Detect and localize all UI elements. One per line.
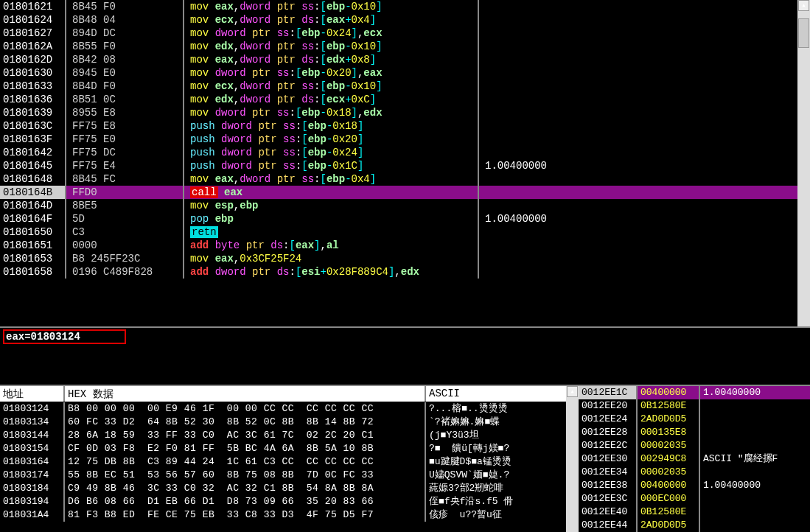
dump-addr: 018031A4 — [0, 508, 65, 522]
stack-comment — [700, 413, 810, 426]
disasm-row[interactable]: 0180162A8B55 F0mov edx,dword ptr ss:[ebp… — [0, 40, 810, 53]
dump-row[interactable]: 0180314428 6A 18 59 33 FF 33 C0 AC 3C 61… — [0, 429, 566, 442]
disasm-row[interactable]: 018016368B51 0Cmov edx,dword ptr ds:[ecx… — [0, 93, 810, 106]
disasm-row[interactable]: 0180162D8B42 08mov eax,dword ptr ds:[edx… — [0, 53, 810, 66]
stack-value: 00002035 — [638, 439, 700, 452]
dump-ascii: 侄■f央f沿s.f5 傦 — [426, 495, 566, 508]
addr-cell: 01801639 — [0, 106, 66, 119]
addr-cell: 01801642 — [0, 146, 66, 159]
dump-row[interactable]: 01803184C9 49 8B 46 3C 33 C0 32 AC 32 C1… — [0, 482, 566, 495]
disasm-cell: mov edx,dword ptr ds:[ecx+0xC] — [184, 93, 479, 106]
hex-dump-panel[interactable]: 地址 HEX 数据 ASCII 01803124B8 00 00 00 00 E… — [0, 386, 566, 532]
disasm-row[interactable]: 01801650C3retn — [0, 225, 810, 239]
stack-value: 0B12580E — [638, 399, 700, 413]
stack-addr: 0012EE3C — [579, 492, 638, 505]
dump-row[interactable]: 01803154CF 0D 03 F8 E2 F0 81 FF 5B BC 4A… — [0, 442, 566, 455]
stack-value: 2AD0D0D5 — [638, 413, 700, 426]
stack-row[interactable]: 0012EE200B12580E — [579, 399, 810, 413]
addr-cell: 01801624 — [0, 13, 66, 27]
stack-addr: 0012EE44 — [579, 519, 638, 532]
dump-row[interactable]: 0180316412 75 DB 8B C3 89 44 24 1C 61 C3… — [0, 455, 566, 469]
bytes-cell: 8B48 04 — [66, 13, 184, 27]
scroll-up-icon[interactable]: ▴ — [567, 386, 578, 397]
stack-row[interactable]: 0012EE28000135E8 — [579, 426, 810, 439]
disasm-row[interactable]: 018016338B4D F0mov ecx,dword ptr ss:[ebp… — [0, 80, 810, 93]
comment-cell — [479, 265, 810, 279]
disasm-row[interactable]: 01801642FF75 DCpush dword ptr ss:[ebp-0x… — [0, 146, 810, 159]
bytes-cell: FF75 DC — [66, 146, 184, 159]
dump-hex: CF 0D 03 F8 E2 F0 81 FF 5B BC 4A 6A 8B 5… — [65, 442, 426, 455]
disasm-cell: retn — [184, 225, 479, 239]
disasm-cell: mov eax,0x3CF25F24 — [184, 252, 479, 265]
disasm-row[interactable]: 0180164D8BE5mov esp,ebp — [0, 199, 810, 212]
disasm-row[interactable]: 01801627894D DCmov dword ptr ss:[ebp-0x2… — [0, 27, 810, 40]
disasm-cell: mov ecx,dword ptr ss:[ebp-0x10] — [184, 80, 479, 93]
stack-row[interactable]: 0012EE3400002035 — [579, 466, 810, 479]
disasm-row[interactable]: 0180164BFFD0call eax — [0, 186, 810, 199]
disasm-row[interactable]: 0180163CFF75 E8push dword ptr ss:[ebp-0x… — [0, 119, 810, 133]
dump-row[interactable]: 0180317455 8B EC 51 53 56 57 60 8B 75 08… — [0, 469, 566, 482]
dump-addr: 01803154 — [0, 442, 65, 455]
disasm-cell: mov eax,dword ptr ss:[ebp-0x4] — [184, 172, 479, 186]
disasm-row[interactable]: 018016488B45 FCmov eax,dword ptr ss:[ebp… — [0, 172, 810, 186]
disasm-row[interactable]: 0180163FFF75 E0push dword ptr ss:[ebp-0x… — [0, 133, 810, 146]
disasm-row[interactable]: 01801645FF75 E4push dword ptr ss:[ebp-0x… — [0, 159, 810, 172]
dump-ascii: U嬧QSVW`媔■媫.? — [426, 469, 566, 482]
disasm-row[interactable]: 018016248B48 04mov ecx,dword ptr ds:[eax… — [0, 13, 810, 27]
dump-scrollbar[interactable]: ▴ — [566, 386, 579, 532]
comment-cell — [479, 186, 810, 199]
disasm-row[interactable]: 01801653B8 245FF23Cmov eax,0x3CF25F24 — [0, 252, 810, 265]
addr-cell: 01801658 — [0, 265, 66, 279]
disassembly-panel[interactable]: 018016218B45 F0mov eax,dword ptr ss:[ebp… — [0, 0, 810, 326]
dump-row[interactable]: 01803194D6 B6 08 66 D1 EB 66 D1 D8 73 09… — [0, 495, 566, 508]
stack-row[interactable]: 0012EE442AD0D0D5 — [579, 519, 810, 532]
bytes-cell: 8B51 0C — [66, 93, 184, 106]
bytes-cell: FF75 E0 — [66, 133, 184, 146]
stack-value: 00002035 — [638, 466, 700, 479]
disasm-cell: mov edx,dword ptr ss:[ebp-0x10] — [184, 40, 479, 53]
addr-cell: 01801645 — [0, 159, 66, 172]
stack-addr: 0012EE30 — [579, 452, 638, 466]
stack-row[interactable]: 0012EE400B12580E — [579, 505, 810, 519]
stack-value: 000135E8 — [638, 426, 700, 439]
stack-row[interactable]: 0012EE1C004000001.00400000 — [579, 386, 810, 399]
stack-row[interactable]: 0012EE30002949C8ASCII "腐经摞F — [579, 452, 810, 466]
disasm-row[interactable]: 018016398955 E8mov dword ptr ss:[ebp-0x1… — [0, 106, 810, 119]
stack-panel[interactable]: 0012EE1C004000001.004000000012EE200B1258… — [579, 386, 810, 532]
stack-value: 000EC000 — [638, 492, 700, 505]
dump-addr: 01803174 — [0, 469, 65, 482]
stack-row[interactable]: 0012EE3C000EC000 — [579, 492, 810, 505]
disasm-row[interactable]: 018016580196 C489F828add dword ptr ds:[e… — [0, 265, 810, 279]
disasm-row[interactable]: 018016218B45 F0mov eax,dword ptr ss:[ebp… — [0, 0, 810, 13]
disasm-cell: call eax — [184, 186, 479, 199]
scroll-up-icon[interactable]: ▴ — [798, 0, 809, 11]
stack-comment: ASCII "腐经摞F — [700, 452, 810, 466]
dump-hex: B8 00 00 00 00 E9 46 1F 00 00 CC CC CC C… — [65, 402, 426, 416]
comment-cell — [479, 80, 810, 93]
dump-addr: 01803164 — [0, 455, 65, 469]
comment-cell — [479, 225, 810, 239]
dump-row[interactable]: 0180313460 FC 33 D2 64 8B 52 30 8B 52 0C… — [0, 416, 566, 429]
register-info: eax=01803124 — [3, 329, 126, 344]
bytes-cell: 8BE5 — [66, 199, 184, 212]
dump-row[interactable]: 01803124B8 00 00 00 00 E9 46 1F 00 00 CC… — [0, 402, 566, 416]
stack-addr: 0012EE40 — [579, 505, 638, 519]
stack-row[interactable]: 0012EE38004000001.00400000 — [579, 479, 810, 492]
stack-row[interactable]: 0012EE242AD0D0D5 — [579, 413, 810, 426]
disasm-cell: mov dword ptr ss:[ebp-0x20],eax — [184, 66, 479, 80]
bytes-cell: 8B45 FC — [66, 172, 184, 186]
disasm-row[interactable]: 0180164F5Dpop ebp1.00400000 — [0, 212, 810, 225]
comment-cell — [479, 239, 810, 252]
dump-hex: 81 F3 B8 ED FE CE 75 EB 33 C8 33 D3 4F 7… — [65, 508, 426, 522]
disasm-scrollbar[interactable]: ▴ — [797, 0, 810, 326]
disasm-row[interactable]: 018016308945 E0mov dword ptr ss:[ebp-0x2… — [0, 66, 810, 80]
stack-row[interactable]: 0012EE2C00002035 — [579, 439, 810, 452]
dump-ascii: 蒓嫄3?部2剏蛇啡 — [426, 482, 566, 495]
bytes-cell: 8B55 F0 — [66, 40, 184, 53]
dump-row[interactable]: 018031A481 F3 B8 ED FE CE 75 EB 33 C8 33… — [0, 508, 566, 522]
disasm-row[interactable]: 018016510000add byte ptr ds:[eax],al — [0, 239, 810, 252]
scroll-thumb[interactable] — [798, 18, 809, 48]
comment-cell — [479, 172, 810, 186]
stack-value: 2AD0D0D5 — [638, 519, 700, 532]
disasm-cell: mov esp,ebp — [184, 199, 479, 212]
